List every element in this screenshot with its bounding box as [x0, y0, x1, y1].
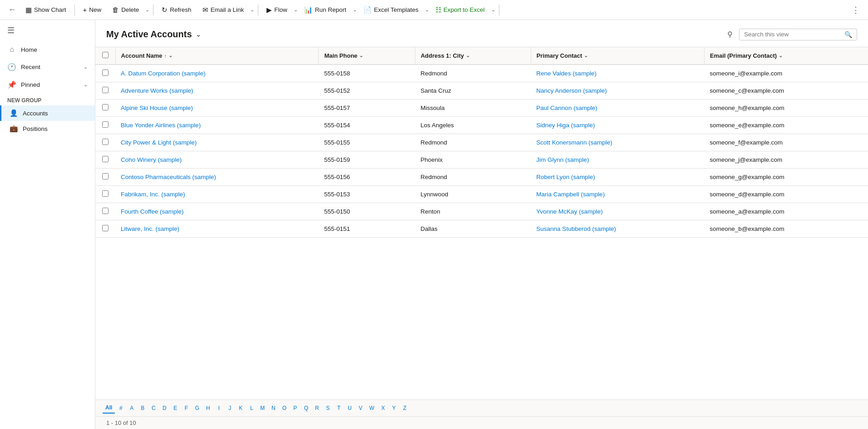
- alpha-btn-v[interactable]: V: [355, 403, 365, 413]
- alpha-btn-j[interactable]: J: [225, 403, 235, 413]
- email-caret[interactable]: ⌄: [250, 7, 254, 13]
- alpha-btn-q[interactable]: Q: [301, 403, 311, 413]
- row-account-name-0[interactable]: A. Datum Corporation (sample): [115, 65, 319, 82]
- row-primary-contact-1[interactable]: Nancy Anderson (sample): [531, 82, 704, 100]
- row-checkbox-6[interactable]: [102, 173, 108, 180]
- new-button[interactable]: + New: [79, 3, 106, 16]
- back-button[interactable]: ←: [5, 2, 19, 17]
- row-checkbox-2[interactable]: [102, 104, 108, 110]
- sidebar-item-pinned[interactable]: 📌 Pinned ⌄: [0, 76, 95, 94]
- alpha-btn-all[interactable]: All: [103, 403, 115, 414]
- sidebar-item-positions[interactable]: 💼 Positions: [0, 121, 95, 136]
- delete-caret[interactable]: ⌄: [145, 7, 149, 13]
- col-account-name[interactable]: Account Name ↑ ⌄: [115, 47, 319, 65]
- select-all-checkbox[interactable]: [102, 52, 108, 58]
- row-account-name-3[interactable]: Blue Yonder Airlines (sample): [115, 117, 319, 134]
- flow-button[interactable]: ▶ Flow: [262, 3, 292, 17]
- excel-templates-button[interactable]: 📄 Excel Templates: [359, 3, 423, 17]
- alpha-btn-w[interactable]: W: [366, 403, 377, 413]
- row-account-name-6[interactable]: Contoso Pharmaceuticals (sample): [115, 169, 319, 186]
- excel-templates-caret[interactable]: ⌄: [425, 7, 429, 13]
- row-account-name-1[interactable]: Adventure Works (sample): [115, 82, 319, 100]
- flow-caret[interactable]: ⌄: [294, 7, 298, 13]
- col-primary-contact[interactable]: Primary Contact ⌄: [531, 47, 704, 65]
- row-checkbox-cell[interactable]: [95, 100, 115, 117]
- run-report-caret[interactable]: ⌄: [353, 7, 357, 13]
- row-primary-contact-2[interactable]: Paul Cannon (sample): [531, 100, 704, 117]
- alpha-btn-z[interactable]: Z: [400, 403, 410, 413]
- row-primary-contact-0[interactable]: Rene Valdes (sample): [531, 65, 704, 82]
- row-primary-contact-5[interactable]: Jim Glynn (sample): [531, 151, 704, 169]
- row-primary-contact-7[interactable]: Maria Campbell (sample): [531, 186, 704, 203]
- sidebar-item-accounts[interactable]: 👤 Accounts: [0, 105, 95, 121]
- delete-button[interactable]: 🗑 Delete: [108, 3, 143, 16]
- row-checkbox-0[interactable]: [102, 70, 108, 76]
- row-checkbox-cell[interactable]: [95, 82, 115, 100]
- row-checkbox-3[interactable]: [102, 121, 108, 128]
- alpha-btn-l[interactable]: L: [247, 403, 256, 413]
- sidebar-item-home[interactable]: ⌂ Home: [0, 41, 95, 58]
- alpha-btn-y[interactable]: Y: [389, 403, 399, 413]
- alpha-btn-#[interactable]: #: [116, 403, 126, 413]
- row-account-name-9[interactable]: Litware, Inc. (sample): [115, 220, 319, 238]
- search-input[interactable]: [744, 31, 842, 38]
- alpha-btn-o[interactable]: O: [279, 403, 289, 413]
- row-account-name-4[interactable]: City Power & Light (sample): [115, 134, 319, 151]
- row-checkbox-4[interactable]: [102, 139, 108, 145]
- row-checkbox-cell[interactable]: [95, 151, 115, 169]
- alpha-btn-b[interactable]: B: [138, 403, 148, 413]
- alpha-btn-p[interactable]: P: [290, 403, 300, 413]
- row-checkbox-8[interactable]: [102, 208, 108, 214]
- alpha-btn-d[interactable]: D: [159, 403, 169, 413]
- col-main-phone[interactable]: Main Phone ⌄: [319, 47, 415, 65]
- alpha-btn-k[interactable]: K: [236, 403, 246, 413]
- row-account-name-2[interactable]: Alpine Ski House (sample): [115, 100, 319, 117]
- alpha-btn-x[interactable]: X: [378, 403, 388, 413]
- alpha-btn-g[interactable]: G: [192, 403, 202, 413]
- row-primary-contact-8[interactable]: Yvonne McKay (sample): [531, 203, 704, 220]
- export-caret[interactable]: ⌄: [491, 7, 495, 13]
- alpha-btn-n[interactable]: N: [268, 403, 278, 413]
- alpha-btn-s[interactable]: S: [323, 403, 333, 413]
- alpha-btn-i[interactable]: I: [214, 403, 224, 413]
- row-primary-contact-4[interactable]: Scott Konersmann (sample): [531, 134, 704, 151]
- row-checkbox-7[interactable]: [102, 190, 108, 197]
- row-checkbox-cell[interactable]: [95, 186, 115, 203]
- row-account-name-8[interactable]: Fourth Coffee (sample): [115, 203, 319, 220]
- row-checkbox-5[interactable]: [102, 156, 108, 162]
- run-report-button[interactable]: 📊 Run Report: [300, 3, 351, 17]
- alpha-btn-a[interactable]: A: [127, 403, 137, 413]
- select-all-column[interactable]: [95, 47, 115, 65]
- row-primary-contact-3[interactable]: Sidney Higa (sample): [531, 117, 704, 134]
- row-checkbox-cell[interactable]: [95, 203, 115, 220]
- col-city[interactable]: Address 1: City ⌄: [415, 47, 531, 65]
- refresh-button[interactable]: ↻ Refresh: [157, 3, 196, 17]
- alpha-btn-u[interactable]: U: [345, 403, 355, 413]
- alpha-btn-m[interactable]: M: [257, 403, 267, 413]
- row-checkbox-cell[interactable]: [95, 134, 115, 151]
- col-email[interactable]: Email (Primary Contact) ⌄: [704, 47, 868, 65]
- hamburger-menu[interactable]: ☰: [0, 20, 95, 41]
- row-primary-contact-9[interactable]: Susanna Stubberod (sample): [531, 220, 704, 238]
- row-primary-contact-6[interactable]: Robert Lyon (sample): [531, 169, 704, 186]
- alpha-btn-r[interactable]: R: [312, 403, 322, 413]
- row-checkbox-9[interactable]: [102, 225, 108, 231]
- view-title-caret[interactable]: ⌄: [196, 31, 201, 38]
- row-account-name-5[interactable]: Coho Winery (sample): [115, 151, 319, 169]
- alpha-btn-c[interactable]: C: [148, 403, 158, 413]
- more-options-button[interactable]: ⋮: [849, 2, 863, 18]
- show-chart-button[interactable]: ▦ Show Chart: [21, 3, 71, 17]
- sidebar-item-recent[interactable]: 🕐 Recent ⌄: [0, 58, 95, 76]
- row-account-name-7[interactable]: Fabrikam, Inc. (sample): [115, 186, 319, 203]
- alpha-btn-f[interactable]: F: [181, 403, 191, 413]
- filter-icon[interactable]: ⚲: [725, 27, 735, 41]
- row-checkbox-cell[interactable]: [95, 220, 115, 238]
- row-checkbox-cell[interactable]: [95, 117, 115, 134]
- export-excel-button[interactable]: ☷ Export to Excel: [431, 3, 489, 17]
- alpha-btn-t[interactable]: T: [334, 403, 344, 413]
- alpha-btn-e[interactable]: E: [170, 403, 180, 413]
- row-checkbox-cell[interactable]: [95, 65, 115, 82]
- row-checkbox-1[interactable]: [102, 87, 108, 93]
- row-checkbox-cell[interactable]: [95, 169, 115, 186]
- alpha-btn-h[interactable]: H: [203, 403, 213, 413]
